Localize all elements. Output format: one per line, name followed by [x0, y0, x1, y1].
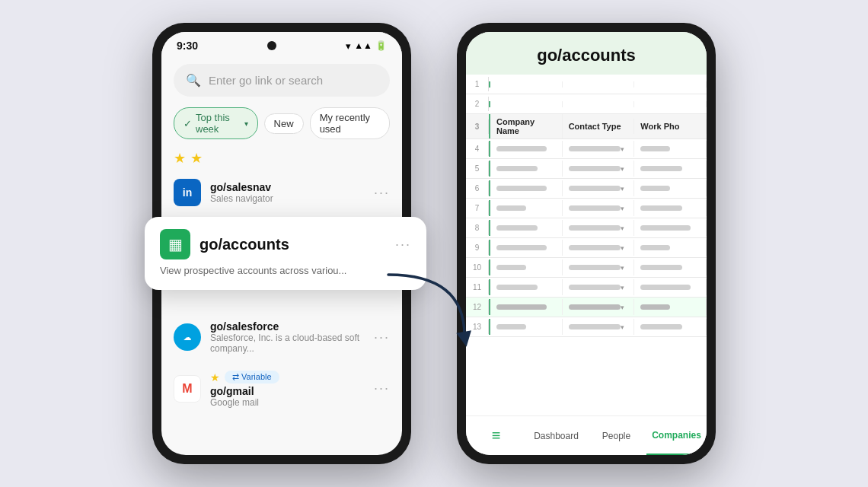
cell-4-1	[489, 141, 563, 157]
row-num-6: 6	[466, 181, 489, 196]
wifi-icon: ▾	[346, 40, 351, 52]
grid-row-13: 13 ▾	[466, 317, 707, 337]
nav-people-label: People	[602, 431, 630, 441]
list-item-salesnav[interactable]: in go/salesnav Sales navigator ···	[161, 171, 402, 214]
star-icon-2: ★	[190, 150, 203, 167]
variable-badge: ⇄ Variable	[225, 371, 279, 384]
floating-card-more-button[interactable]: ···	[395, 237, 411, 253]
left-phone: 9:30 ▾ ▲▲ 🔋 🔍 Enter go link or search ✓ …	[152, 23, 411, 464]
grid-row-8: 8 ▾	[466, 218, 707, 238]
tab-recently-label: My recently used	[320, 112, 370, 135]
floating-card-title: go/accounts	[199, 236, 386, 253]
col-company-name: Company Name	[489, 114, 563, 138]
status-time: 9:30	[177, 40, 198, 52]
cell-9-1	[489, 240, 563, 256]
search-icon: 🔍	[186, 73, 201, 88]
gmail-more-button[interactable]: ···	[374, 380, 390, 396]
cell-11-1	[489, 279, 563, 295]
cell-13-3	[634, 319, 707, 335]
arrow-svg	[373, 259, 487, 351]
row-num-8: 8	[466, 221, 489, 235]
signal-icon: ▲▲	[354, 40, 372, 51]
cell-1-2	[563, 81, 635, 88]
right-phone: go/accounts 1 2 3 Company Name	[457, 23, 716, 464]
gmail-subtitle: Google mail	[210, 397, 365, 408]
floating-card-accounts[interactable]: ▦ go/accounts ··· View prospective accou…	[145, 217, 426, 290]
grid-row-11: 11 ▾	[466, 278, 707, 298]
nav-dashboard-label: Dashboard	[534, 431, 579, 441]
nav-hamburger[interactable]: ≡	[466, 416, 526, 455]
cell-8-2: ▾	[563, 220, 635, 236]
cell-2-1	[489, 101, 563, 107]
linkedin-icon: in	[174, 179, 201, 206]
grid-row-6: 6 ▾	[466, 179, 707, 199]
cell-10-2: ▾	[563, 259, 635, 275]
row-num-4: 4	[466, 142, 489, 156]
salesnav-text: go/salesnav Sales navigator	[210, 181, 365, 204]
cell-11-2: ▾	[563, 279, 635, 295]
grid-row-10: 10 ▾	[466, 258, 707, 278]
salesnav-more-button[interactable]: ···	[374, 185, 390, 201]
grid-row-4: 4 ▾	[466, 139, 707, 159]
cell-5-2: ▾	[563, 161, 635, 177]
svg-marker-0	[456, 331, 474, 349]
cell-10-3	[634, 259, 707, 275]
cell-13-1	[489, 319, 563, 335]
cell-10-1	[489, 259, 563, 275]
camera-dot	[267, 41, 276, 50]
cell-13-2: ▾	[563, 319, 635, 335]
grid-row-7: 7 ▾	[466, 199, 707, 218]
search-placeholder: Enter go link or search	[209, 74, 323, 87]
row-num-3: 3	[466, 119, 489, 134]
floating-card-header: ▦ go/accounts ···	[160, 229, 411, 259]
grid-row-5: 5 ▾	[466, 159, 707, 179]
row-num-5: 5	[466, 161, 489, 176]
list-item-salesforce[interactable]: ☁ go/salesforce Salesforce, Inc. is a cl…	[161, 313, 402, 361]
cell-2-2	[563, 101, 635, 107]
cell-7-1	[489, 200, 563, 216]
row-num-1: 1	[466, 77, 489, 91]
cell-12-1	[489, 299, 563, 315]
bottom-nav: ≡ Dashboard People Companies	[466, 415, 707, 455]
nav-dashboard[interactable]: Dashboard	[526, 416, 586, 455]
cell-8-3	[634, 220, 707, 236]
salesforce-icon: ☁	[174, 323, 201, 351]
cell-5-3	[634, 161, 707, 177]
sheet-header: go/accounts	[466, 32, 707, 75]
cell-5-1	[489, 161, 563, 177]
right-phone-screen: go/accounts 1 2 3 Company Name	[466, 32, 707, 455]
sheet-title: go/accounts	[537, 46, 636, 65]
cell-11-3	[634, 279, 707, 295]
nav-companies[interactable]: Companies	[646, 416, 707, 455]
cell-1-1	[489, 81, 563, 88]
tab-recently-used[interactable]: My recently used	[310, 107, 390, 139]
tab-top-this-week[interactable]: ✓ Top this week ▾	[174, 107, 258, 139]
hamburger-icon: ≡	[492, 427, 501, 444]
grid-row-12: 12 ▾	[466, 298, 707, 317]
gmail-text: ★ ⇄ Variable go/gmail Google mail	[210, 369, 365, 408]
cell-6-3	[634, 180, 707, 196]
cell-7-3	[634, 200, 707, 216]
cell-4-2: ▾	[563, 141, 635, 157]
col-contact-type: Contact Type	[563, 119, 635, 134]
salesnav-title: go/salesnav	[210, 181, 365, 193]
salesforce-subtitle: Salesforce, Inc. is a cloud-based soft c…	[210, 333, 365, 354]
stars-row: ★ ★	[161, 147, 402, 171]
gmail-title: go/gmail	[210, 385, 365, 397]
cell-12-3	[634, 299, 707, 315]
search-bar[interactable]: 🔍 Enter go link or search	[174, 64, 390, 97]
cell-9-2: ▾	[563, 240, 635, 256]
row-num-2: 2	[466, 97, 489, 111]
grid-row-9: 9 ▾	[466, 238, 707, 258]
cell-2-3	[634, 101, 707, 107]
list-item-gmail[interactable]: M ★ ⇄ Variable go/gmail Google mail ···	[161, 361, 402, 415]
sheets-icon: ▦	[160, 229, 190, 259]
checkmark-icon: ✓	[183, 118, 192, 129]
nav-people[interactable]: People	[586, 416, 646, 455]
tab-new[interactable]: New	[264, 113, 304, 134]
cell-1-3	[634, 81, 707, 88]
cell-6-1	[489, 180, 563, 196]
battery-icon: 🔋	[375, 40, 387, 51]
tab-top-label: Top this week	[196, 112, 241, 135]
row-num-7: 7	[466, 201, 489, 215]
